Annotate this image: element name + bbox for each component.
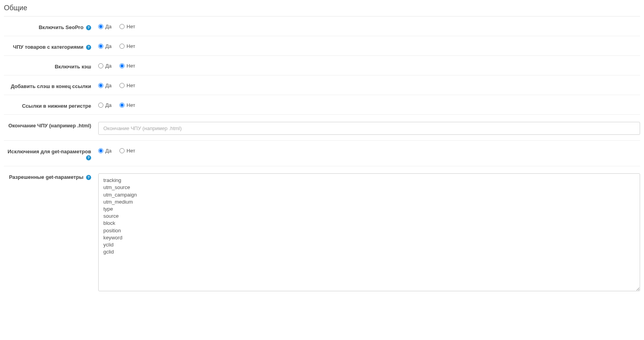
help-icon[interactable]: ? bbox=[86, 175, 91, 180]
radio-no-input[interactable] bbox=[119, 24, 125, 29]
control-allowed-get bbox=[98, 172, 640, 292]
radio-no-label: Нет bbox=[127, 63, 135, 69]
radio-no[interactable]: Нет bbox=[119, 43, 135, 49]
row-get-exceptions: Исключения для get-параметров ? Да Нет bbox=[4, 141, 640, 166]
row-trailing-slash: Добавить слэш в конец ссылки Да Нет bbox=[4, 75, 640, 95]
radio-group: Да Нет bbox=[98, 148, 135, 154]
radio-yes-label: Да bbox=[105, 63, 112, 69]
radio-group: Да Нет bbox=[98, 83, 135, 88]
radio-yes-label: Да bbox=[105, 43, 112, 49]
radio-yes[interactable]: Да bbox=[98, 63, 112, 69]
row-lowercase-links: Ссылки в нижнем регистре Да Нет bbox=[4, 95, 640, 115]
section-title: Общие bbox=[4, 4, 640, 17]
control-seo-categories: Да Нет bbox=[98, 42, 640, 50]
radio-yes[interactable]: Да bbox=[98, 102, 112, 108]
radio-yes-label: Да bbox=[105, 148, 112, 154]
radio-yes[interactable]: Да bbox=[98, 24, 112, 29]
radio-no-input[interactable] bbox=[119, 148, 125, 153]
radio-group: Да Нет bbox=[98, 43, 135, 49]
control-get-exceptions: Да Нет bbox=[98, 146, 640, 154]
label-text: ЧПУ товаров с категориями bbox=[13, 44, 83, 50]
radio-no-label: Нет bbox=[127, 43, 135, 49]
radio-no-input[interactable] bbox=[119, 83, 125, 88]
control-lowercase-links: Да Нет bbox=[98, 101, 640, 109]
allowed-get-textarea[interactable] bbox=[98, 173, 640, 291]
radio-no-label: Нет bbox=[127, 148, 135, 154]
label-seo-categories: ЧПУ товаров с категориями ? bbox=[4, 42, 98, 50]
label-text: Добавить слэш в конец ссылки bbox=[11, 83, 91, 89]
radio-yes-input[interactable] bbox=[98, 63, 103, 68]
radio-no-label: Нет bbox=[127, 102, 135, 108]
radio-yes-input[interactable] bbox=[98, 24, 103, 29]
radio-group: Да Нет bbox=[98, 63, 135, 69]
radio-yes-label: Да bbox=[105, 83, 112, 88]
label-text: Исключения для get-параметров bbox=[7, 149, 91, 154]
label-seo-ending: Окончание ЧПУ (например .html) bbox=[4, 120, 98, 129]
label-enable-seopro: Включить SeoPro ? bbox=[4, 22, 98, 30]
radio-group: Да Нет bbox=[98, 102, 135, 108]
radio-no-input[interactable] bbox=[119, 44, 125, 49]
radio-yes-label: Да bbox=[105, 102, 112, 108]
radio-no[interactable]: Нет bbox=[119, 148, 135, 154]
label-text: Включить кэш bbox=[55, 64, 91, 70]
row-seo-categories: ЧПУ товаров с категориями ? Да Нет bbox=[4, 36, 640, 56]
radio-no[interactable]: Нет bbox=[119, 83, 135, 88]
radio-no-input[interactable] bbox=[119, 63, 125, 68]
radio-no-input[interactable] bbox=[119, 103, 125, 108]
radio-yes[interactable]: Да bbox=[98, 43, 112, 49]
label-text: Разрешенные get-параметры bbox=[9, 174, 83, 180]
help-icon[interactable]: ? bbox=[86, 45, 91, 50]
radio-yes[interactable]: Да bbox=[98, 83, 112, 88]
radio-no[interactable]: Нет bbox=[119, 102, 135, 108]
radio-yes-input[interactable] bbox=[98, 44, 103, 49]
control-enable-seopro: Да Нет bbox=[98, 22, 640, 30]
seo-ending-input[interactable] bbox=[98, 122, 640, 135]
control-trailing-slash: Да Нет bbox=[98, 81, 640, 89]
label-text: Ссылки в нижнем регистре bbox=[22, 103, 91, 109]
radio-yes-input[interactable] bbox=[98, 148, 103, 153]
radio-yes-label: Да bbox=[105, 24, 112, 29]
radio-no-label: Нет bbox=[127, 83, 135, 88]
row-enable-cache: Включить кэш Да Нет bbox=[4, 56, 640, 75]
label-text: Окончание ЧПУ (например .html) bbox=[8, 123, 91, 129]
radio-no[interactable]: Нет bbox=[119, 24, 135, 29]
help-icon[interactable]: ? bbox=[86, 155, 91, 160]
radio-group: Да Нет bbox=[98, 24, 135, 29]
control-seo-ending bbox=[98, 120, 640, 135]
radio-no-label: Нет bbox=[127, 24, 135, 29]
label-get-exceptions: Исключения для get-параметров ? bbox=[4, 146, 98, 160]
radio-yes-input[interactable] bbox=[98, 83, 103, 88]
radio-yes-input[interactable] bbox=[98, 103, 103, 108]
radio-no[interactable]: Нет bbox=[119, 63, 135, 69]
row-allowed-get: Разрешенные get-параметры ? bbox=[4, 166, 640, 298]
help-icon[interactable]: ? bbox=[86, 25, 91, 30]
label-trailing-slash: Добавить слэш в конец ссылки bbox=[4, 81, 98, 89]
radio-yes[interactable]: Да bbox=[98, 148, 112, 154]
label-text: Включить SeoPro bbox=[39, 24, 83, 30]
row-seo-ending: Окончание ЧПУ (например .html) bbox=[4, 115, 640, 141]
control-enable-cache: Да Нет bbox=[98, 61, 640, 70]
label-enable-cache: Включить кэш bbox=[4, 61, 98, 70]
label-lowercase-links: Ссылки в нижнем регистре bbox=[4, 101, 98, 109]
label-allowed-get: Разрешенные get-параметры ? bbox=[4, 172, 98, 180]
row-enable-seopro: Включить SeoPro ? Да Нет bbox=[4, 17, 640, 36]
